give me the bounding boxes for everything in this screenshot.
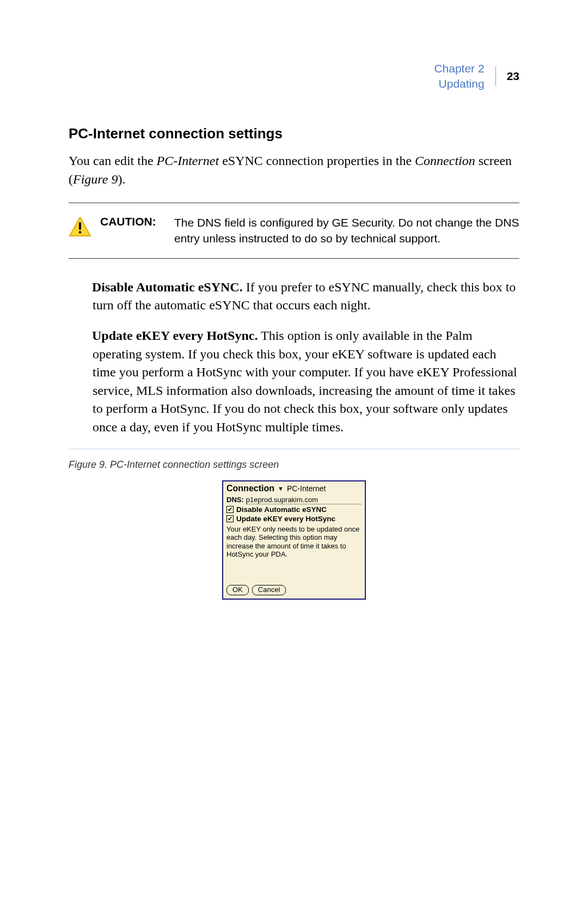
palm-title: Connection xyxy=(226,484,274,493)
option-update-ekey: Update eKEY every HotSync. This option i… xyxy=(93,327,519,437)
help-text: Your eKEY only needs to be updated once … xyxy=(226,525,362,559)
dns-input[interactable]: p1eprod.suprakim.com xyxy=(246,496,362,504)
svg-rect-2 xyxy=(79,231,81,234)
option-lead: Update eKEY every HotSync. xyxy=(92,328,258,343)
update-ekey-row[interactable]: ✔ Update eKEY every HotSync xyxy=(226,515,362,523)
cancel-button[interactable]: Cancel xyxy=(252,585,286,595)
intro-italic-2: Connection xyxy=(415,154,475,168)
intro-text-4: ). xyxy=(118,172,125,186)
option-disable-esync: Disable Automatic eSYNC. If you prefer t… xyxy=(93,278,519,315)
palm-screen: Connection ▼ PC-Internet DNS: p1eprod.su… xyxy=(222,480,366,600)
divider xyxy=(69,449,519,449)
page-number: 23 xyxy=(495,66,519,86)
disable-esync-label: Disable Automatic eSYNC xyxy=(236,505,327,514)
page-header: Chapter 2 Updating 23 xyxy=(434,61,519,92)
intro-paragraph: You can edit the PC-Internet eSYNC conne… xyxy=(69,152,519,188)
chapter-label: Chapter 2 xyxy=(434,61,484,76)
intro-text-2: eSYNC connection properties in the xyxy=(219,154,415,168)
checkbox-icon[interactable]: ✔ xyxy=(226,515,234,522)
caution-text: The DNS field is configured by GE Securi… xyxy=(174,215,519,246)
ok-button[interactable]: OK xyxy=(226,585,249,595)
palm-title-row: Connection ▼ PC-Internet xyxy=(226,484,362,493)
figure-wrap: Connection ▼ PC-Internet DNS: p1eprod.su… xyxy=(69,480,519,600)
warning-icon xyxy=(69,216,91,237)
main-content: PC-Internet connection settings You can … xyxy=(69,125,519,600)
option-body: This option is only available in the Pal… xyxy=(93,328,517,434)
intro-italic-3: Figure 9 xyxy=(73,172,118,186)
chapter-info: Chapter 2 Updating xyxy=(434,61,484,92)
caution-label: CAUTION: xyxy=(100,215,166,228)
connection-dropdown-value[interactable]: PC-Internet xyxy=(287,484,326,493)
caution-box: CAUTION: The DNS field is configured by … xyxy=(69,203,519,259)
disable-esync-row[interactable]: ✔ Disable Automatic eSYNC xyxy=(226,505,362,514)
svg-rect-1 xyxy=(79,223,81,230)
intro-text-1: You can edit the xyxy=(69,154,157,168)
button-row: OK Cancel xyxy=(226,585,362,595)
update-ekey-label: Update eKEY every HotSync xyxy=(236,515,335,523)
section-label: Updating xyxy=(434,76,484,91)
dns-label: DNS: xyxy=(226,496,244,504)
checkbox-icon[interactable]: ✔ xyxy=(226,506,234,513)
dns-row: DNS: p1eprod.suprakim.com xyxy=(226,496,362,504)
figure-caption: Figure 9. PC-Internet connection setting… xyxy=(69,459,519,471)
section-heading: PC-Internet connection settings xyxy=(69,125,519,142)
option-list: Disable Automatic eSYNC. If you prefer t… xyxy=(69,278,519,437)
chevron-down-icon[interactable]: ▼ xyxy=(278,485,284,492)
option-lead: Disable Automatic eSYNC. xyxy=(92,280,243,294)
intro-italic-1: PC-Internet xyxy=(157,154,219,168)
